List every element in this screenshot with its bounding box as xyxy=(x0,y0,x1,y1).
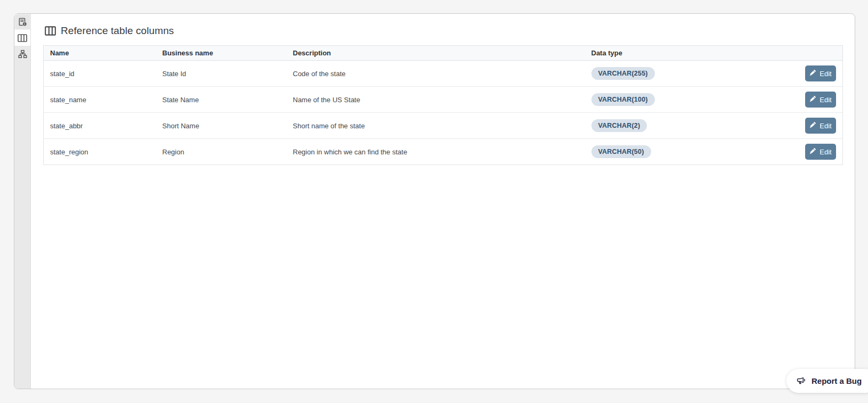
edit-button[interactable]: Edit xyxy=(805,144,836,160)
cell-business-name: Region xyxy=(156,139,287,165)
columns-table: Name Business name Description Data type… xyxy=(43,45,843,165)
pencil-icon xyxy=(809,96,816,104)
sidebar-item-table-details[interactable] xyxy=(14,14,30,30)
edit-button-label: Edit xyxy=(820,96,831,104)
edit-button-label: Edit xyxy=(820,122,831,130)
table-row: state_abbr Short Name Short name of the … xyxy=(44,113,843,139)
table-header-row: Name Business name Description Data type xyxy=(44,46,843,61)
table-row: state_id State Id Code of the state VARC… xyxy=(44,61,843,87)
cell-description: Region in which we can find the state xyxy=(287,139,585,165)
cell-business-name: State Name xyxy=(156,87,287,113)
cell-actions: Edit xyxy=(750,61,843,87)
cell-data-type: VARCHAR(50) xyxy=(585,139,750,165)
data-type-badge: VARCHAR(2) xyxy=(591,119,647,132)
cell-actions: Edit xyxy=(750,87,843,113)
cell-description: Name of the US State xyxy=(287,87,585,113)
edit-button[interactable]: Edit xyxy=(805,92,836,108)
data-type-badge: VARCHAR(50) xyxy=(591,145,651,158)
edit-button-label: Edit xyxy=(820,70,831,78)
edit-button[interactable]: Edit xyxy=(805,65,836,81)
table-info-icon xyxy=(18,18,27,27)
cell-name: state_region xyxy=(44,139,156,165)
cell-actions: Edit xyxy=(750,139,843,165)
sidebar-item-table-relations[interactable] xyxy=(14,46,30,62)
cell-name: state_name xyxy=(44,87,156,113)
cell-name: state_id xyxy=(44,61,156,87)
page-title: Reference table columns xyxy=(61,25,174,37)
table-row: state_region Region Region in which we c… xyxy=(44,139,843,165)
edit-button-label: Edit xyxy=(820,148,831,156)
columns-icon xyxy=(45,26,56,36)
cell-description: Code of the state xyxy=(287,61,585,87)
page-header: Reference table columns xyxy=(45,25,174,37)
content-area: Reference table columns Name Business na… xyxy=(31,14,855,389)
data-type-badge: VARCHAR(100) xyxy=(591,93,655,106)
pencil-icon xyxy=(809,122,816,130)
cell-actions: Edit xyxy=(750,113,843,139)
edit-button[interactable]: Edit xyxy=(805,118,836,134)
sidebar-item-table-columns[interactable] xyxy=(14,30,30,46)
column-header-name: Name xyxy=(44,46,156,61)
table-row: state_name State Name Name of the US Sta… xyxy=(44,87,843,113)
column-header-data-type: Data type xyxy=(585,46,750,61)
cell-data-type: VARCHAR(100) xyxy=(585,87,750,113)
cell-business-name: Short Name xyxy=(156,113,287,139)
columns-icon xyxy=(18,34,27,42)
main-panel: Reference table columns Name Business na… xyxy=(14,13,855,389)
cell-data-type: VARCHAR(2) xyxy=(585,113,750,139)
report-bug-label: Report a Bug xyxy=(812,376,862,385)
cell-business-name: State Id xyxy=(156,61,287,87)
report-bug-button[interactable]: Report a Bug xyxy=(786,369,868,393)
megaphone-icon xyxy=(796,376,807,386)
cell-data-type: VARCHAR(255) xyxy=(585,61,750,87)
sidebar xyxy=(14,14,31,389)
pencil-icon xyxy=(809,148,816,156)
cell-name: state_abbr xyxy=(44,113,156,139)
pencil-icon xyxy=(809,70,816,78)
data-type-badge: VARCHAR(255) xyxy=(591,67,655,80)
column-header-actions xyxy=(750,46,843,61)
column-header-business-name: Business name xyxy=(156,46,287,61)
sitemap-icon xyxy=(18,50,27,59)
column-header-description: Description xyxy=(287,46,585,61)
cell-description: Short name of the state xyxy=(287,113,585,139)
